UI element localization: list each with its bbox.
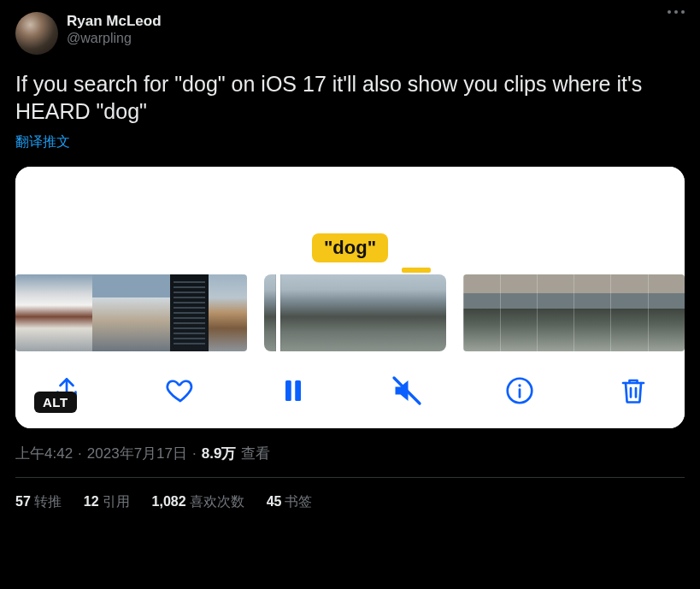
tweet-stats: 57转推 12引用 1,082喜欢次数 45书签 bbox=[15, 493, 685, 511]
dot-separator: · bbox=[78, 445, 82, 462]
bookmarks-count: 45 bbox=[267, 494, 282, 509]
tweet-date: 2023年7月17日 bbox=[87, 444, 187, 463]
search-tooltip-row: "dog" bbox=[15, 233, 685, 262]
quotes-count: 12 bbox=[84, 494, 99, 509]
bookmarks-label: 书签 bbox=[285, 494, 312, 509]
tweet-meta[interactable]: 上午4:42 · 2023年7月17日 · 8.9万 查看 bbox=[15, 444, 685, 463]
playhead[interactable] bbox=[276, 274, 280, 351]
views-count: 8.9万 bbox=[202, 444, 237, 463]
tweet-text: If you search for "dog" on iOS 17 it'll … bbox=[15, 70, 685, 125]
author-display-name: Ryan McLeod bbox=[67, 12, 162, 30]
alt-badge[interactable]: ALT bbox=[34, 392, 77, 413]
retweets-stat[interactable]: 57转推 bbox=[15, 493, 62, 511]
svg-point-4 bbox=[519, 384, 521, 386]
retweets-count: 57 bbox=[15, 494, 31, 509]
heart-icon[interactable] bbox=[165, 375, 196, 406]
bookmarks-stat[interactable]: 45书签 bbox=[267, 493, 313, 511]
tweet-time: 上午4:42 bbox=[15, 444, 73, 463]
author-name-block[interactable]: Ryan McLeod @warpling bbox=[67, 12, 162, 47]
more-options-button[interactable] bbox=[668, 10, 685, 14]
mute-icon[interactable] bbox=[391, 375, 422, 406]
clip-timeline bbox=[15, 274, 685, 363]
clip-group-3[interactable] bbox=[463, 274, 685, 351]
clip-group-2[interactable] bbox=[264, 274, 445, 351]
trash-icon[interactable] bbox=[618, 375, 649, 406]
svg-rect-0 bbox=[285, 380, 291, 401]
divider bbox=[15, 477, 685, 478]
media-toolbar bbox=[15, 363, 685, 428]
retweets-label: 转推 bbox=[34, 494, 62, 509]
avatar[interactable] bbox=[15, 12, 58, 55]
search-term-tooltip: "dog" bbox=[312, 233, 388, 262]
quotes-stat[interactable]: 12引用 bbox=[84, 493, 130, 511]
tweet-media[interactable]: "dog" bbox=[15, 167, 685, 428]
likes-label: 喜欢次数 bbox=[190, 494, 244, 509]
clip-group-1[interactable] bbox=[15, 274, 247, 351]
author-handle: @warpling bbox=[67, 30, 162, 47]
translate-link[interactable]: 翻译推文 bbox=[15, 133, 685, 151]
quotes-label: 引用 bbox=[103, 494, 130, 509]
tweet-header: Ryan McLeod @warpling bbox=[15, 12, 685, 55]
likes-stat[interactable]: 1,082喜欢次数 bbox=[152, 493, 244, 511]
timeline-marker bbox=[402, 268, 431, 273]
likes-count: 1,082 bbox=[152, 494, 186, 509]
tweet-container: Ryan McLeod @warpling If you search for … bbox=[0, 0, 700, 520]
info-icon[interactable] bbox=[504, 375, 535, 406]
dot-separator: · bbox=[192, 445, 197, 462]
svg-rect-1 bbox=[295, 380, 301, 401]
views-label: 查看 bbox=[241, 444, 270, 463]
pause-icon[interactable] bbox=[278, 375, 309, 406]
